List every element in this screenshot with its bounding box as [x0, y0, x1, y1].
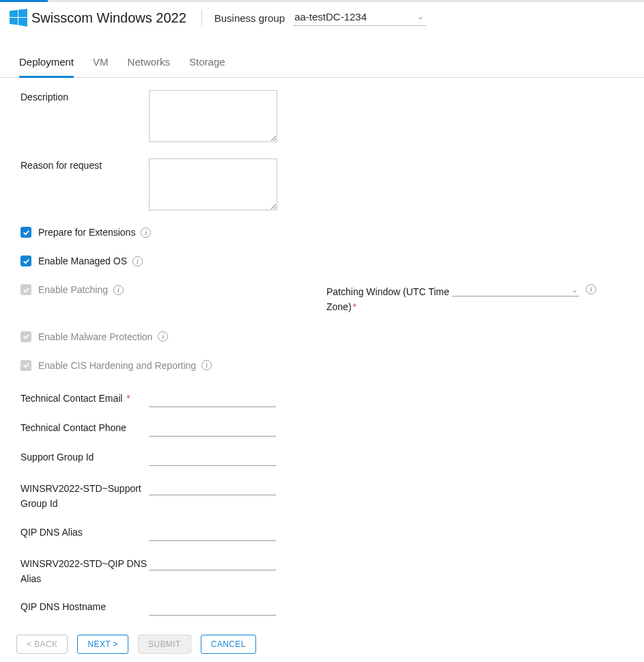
winsrv-support-group-input[interactable]	[149, 480, 276, 495]
tab-networks[interactable]: Networks	[128, 49, 171, 78]
chevron-down-icon: ⌄	[417, 12, 423, 21]
footer-buttons: < BACK NEXT > SUBMIT CANCEL	[0, 628, 644, 662]
info-icon[interactable]: i	[113, 285, 124, 295]
qip-hostname-input[interactable]	[149, 600, 276, 616]
enable-malware-checkbox	[20, 331, 31, 342]
info-icon[interactable]: i	[586, 284, 596, 294]
business-group-value: aa-testDC-1234	[294, 11, 367, 23]
back-button: < BACK	[16, 635, 68, 654]
header-separator	[201, 10, 202, 25]
svg-marker-3	[18, 18, 27, 27]
tab-bar: Deployment VM Networks Storage	[0, 49, 644, 78]
patching-window-label: Patching Window (UTC Time Zone)*	[326, 284, 452, 315]
svg-marker-0	[10, 10, 18, 17]
enable-managed-os-checkbox[interactable]	[20, 256, 31, 266]
qip-alias-label: QIP DNS Alias	[20, 525, 149, 538]
prepare-extensions-checkbox[interactable]	[20, 227, 31, 238]
enable-patching-label: Enable Patching	[38, 284, 108, 295]
required-indicator: *	[353, 301, 356, 312]
tab-storage[interactable]: Storage	[189, 49, 225, 78]
enable-malware-label: Enable Malware Protection	[38, 331, 152, 342]
winsrv-support-group-label: WINSRV2022-STD~Support Group Id	[20, 480, 149, 512]
enable-patching-checkbox	[20, 284, 31, 295]
tech-phone-label: Technical Contact Phone	[20, 421, 149, 433]
info-icon[interactable]: i	[201, 360, 212, 370]
description-input[interactable]	[149, 90, 277, 142]
svg-marker-2	[10, 18, 18, 25]
support-group-label: Support Group Id	[20, 450, 149, 463]
tab-vm[interactable]: VM	[93, 49, 109, 78]
info-icon[interactable]: i	[158, 331, 168, 342]
winsrv-qip-alias-input[interactable]	[149, 555, 276, 570]
info-icon[interactable]: i	[132, 256, 143, 266]
required-indicator: *	[124, 393, 130, 404]
page-header: Swisscom Windows 2022 Business group aa-…	[0, 2, 644, 40]
tech-phone-input[interactable]	[149, 421, 276, 437]
qip-hostname-label: QIP DNS Hostname	[20, 600, 149, 612]
winsrv-qip-alias-label: WINSRV2022-STD~QIP DNS Alias	[20, 555, 149, 587]
tab-deployment[interactable]: Deployment	[19, 49, 74, 78]
submit-button: SUBMIT	[138, 635, 191, 654]
tech-email-input[interactable]	[149, 391, 276, 407]
patching-window-select[interactable]: ⌄	[452, 284, 579, 296]
description-label: Description	[20, 90, 149, 102]
support-group-input[interactable]	[149, 450, 276, 466]
qip-alias-input[interactable]	[149, 525, 276, 541]
deployment-form: Description Reason for request Prepare f…	[0, 78, 644, 628]
reason-input[interactable]	[149, 158, 277, 210]
business-group-select[interactable]: aa-testDC-1234 ⌄	[293, 10, 426, 26]
page-title: Swisscom Windows 2022	[31, 10, 186, 26]
next-button[interactable]: NEXT >	[77, 635, 128, 654]
tech-email-label: Technical Contact Email *	[20, 391, 149, 404]
info-icon[interactable]: i	[141, 227, 151, 238]
enable-managed-os-label: Enable Managed OS	[38, 256, 127, 266]
prepare-extensions-label: Prepare for Extensions	[38, 227, 135, 238]
enable-cis-checkbox	[20, 360, 31, 371]
enable-cis-label: Enable CIS Hardening and Reporting	[38, 360, 196, 371]
business-group-label: Business group	[214, 12, 285, 24]
reason-label: Reason for request	[20, 158, 149, 171]
cancel-button[interactable]: CANCEL	[201, 635, 256, 654]
chevron-down-icon: ⌄	[572, 286, 578, 294]
windows-icon	[10, 9, 27, 27]
svg-marker-1	[18, 9, 27, 17]
